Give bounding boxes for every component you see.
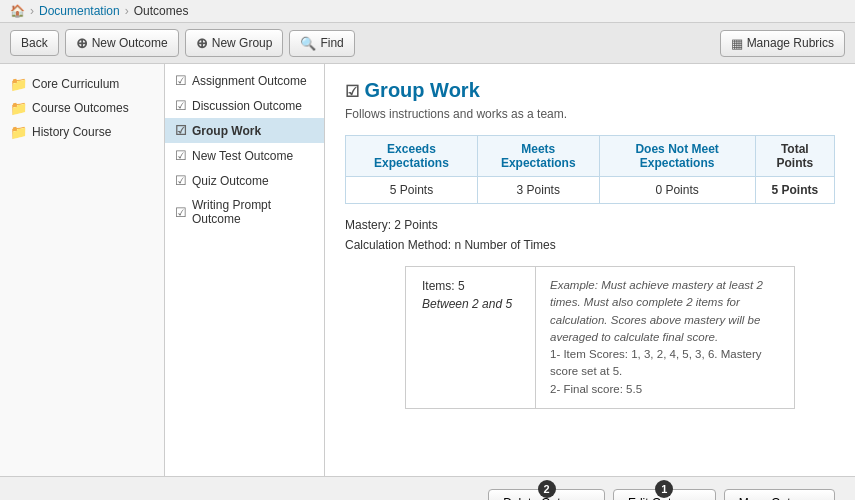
items-label: Items: 5: [422, 279, 519, 293]
outcome-icon-5: ☑: [175, 205, 187, 220]
sidebar-item-course-outcomes[interactable]: 📁 Course Outcomes: [0, 96, 164, 120]
back-button[interactable]: Back: [10, 30, 59, 56]
rubric-table: Exceeds Expectations Meets Expectations …: [345, 135, 835, 204]
rubric-col-total: Total Points: [755, 136, 834, 177]
example-left-panel: Items: 5 Between 2 and 5: [406, 267, 536, 408]
home-icon[interactable]: 🏠: [10, 4, 25, 18]
example-line-1: 1- Item Scores: 1, 3, 2, 4, 5, 3, 6. Mas…: [550, 346, 780, 381]
content-area: ☑ Group Work Follows instructions and wo…: [325, 64, 855, 476]
rubric-points-meets: 3 Points: [477, 177, 599, 204]
between-label: Between 2 and 5: [422, 297, 519, 311]
mid-nav-group-work[interactable]: ☑ Group Work: [165, 118, 324, 143]
mid-nav-label-5: Writing Prompt Outcome: [192, 198, 314, 226]
sidebar-label-0: Core Curriculum: [32, 77, 119, 91]
mid-nav-writing-prompt-outcome[interactable]: ☑ Writing Prompt Outcome: [165, 193, 324, 231]
new-outcome-button[interactable]: ⊕ New Outcome: [65, 29, 179, 57]
outcome-icon-0: ☑: [175, 73, 187, 88]
sidebar: 📁 Core Curriculum 📁 Course Outcomes 📁 Hi…: [0, 64, 165, 476]
content-subtitle: Follows instructions and works as a team…: [345, 107, 835, 121]
plus-icon-group: ⊕: [196, 35, 208, 51]
manage-rubrics-icon: ▦: [731, 36, 743, 51]
breadcrumb-documentation[interactable]: Documentation: [39, 4, 120, 18]
outcome-check-icon: ☑: [345, 83, 359, 100]
rubric-points-exceeds: 5 Points: [346, 177, 478, 204]
mid-nav-quiz-outcome[interactable]: ☑ Quiz Outcome: [165, 168, 324, 193]
new-outcome-label: New Outcome: [92, 36, 168, 50]
find-button[interactable]: 🔍 Find: [289, 30, 354, 57]
delete-outcome-button[interactable]: 2 Delete Outcome: [488, 489, 605, 501]
rubric-points-does-not-meet: 0 Points: [599, 177, 755, 204]
edit-outcome-button[interactable]: 1 Edit Outcome: [613, 489, 716, 501]
move-outcome-button[interactable]: Move Outcome: [724, 489, 835, 501]
outcome-icon-1: ☑: [175, 98, 187, 113]
example-line-2: 2- Final score: 5.5: [550, 381, 780, 398]
sidebar-item-core-curriculum[interactable]: 📁 Core Curriculum: [0, 72, 164, 96]
outcome-icon-3: ☑: [175, 148, 187, 163]
example-right-panel: Example: Must achieve mastery at least 2…: [536, 267, 794, 408]
mid-nav-discussion-outcome[interactable]: ☑ Discussion Outcome: [165, 93, 324, 118]
mid-nav-label-1: Discussion Outcome: [192, 99, 302, 113]
new-group-label: New Group: [212, 36, 273, 50]
breadcrumb-bar: 🏠 › Documentation › Outcomes: [0, 0, 855, 23]
toolbar: Back ⊕ New Outcome ⊕ New Group 🔍 Find ▦ …: [0, 23, 855, 64]
action-bar: 2 Delete Outcome 1 Edit Outcome Move Out…: [0, 476, 855, 500]
calculation-line: Calculation Method: n Number of Times: [345, 238, 835, 252]
mid-nav-label-3: New Test Outcome: [192, 149, 293, 163]
mid-nav: ☑ Assignment Outcome ☑ Discussion Outcom…: [165, 64, 325, 476]
manage-rubrics-button[interactable]: ▦ Manage Rubrics: [720, 30, 845, 57]
rubric-col-meets: Meets Expectations: [477, 136, 599, 177]
mastery-line: Mastery: 2 Points: [345, 218, 835, 232]
outcome-icon-4: ☑: [175, 173, 187, 188]
content-title: ☑ Group Work: [345, 79, 835, 102]
mid-nav-label-2: Group Work: [192, 124, 261, 138]
breadcrumb-separator-2: ›: [125, 4, 129, 18]
edit-badge: 1: [655, 480, 673, 498]
mid-nav-label-4: Quiz Outcome: [192, 174, 269, 188]
example-text: Example: Must achieve mastery at least 2…: [550, 277, 780, 346]
mid-nav-new-test-outcome[interactable]: ☑ New Test Outcome: [165, 143, 324, 168]
breadcrumb-separator: ›: [30, 4, 34, 18]
folder-icon-1: 📁: [10, 100, 27, 116]
move-outcome-label: Move Outcome: [739, 496, 820, 501]
mid-nav-assignment-outcome[interactable]: ☑ Assignment Outcome: [165, 68, 324, 93]
rubric-col-does-not-meet: Does Not Meet Expectations: [599, 136, 755, 177]
main-layout: 📁 Core Curriculum 📁 Course Outcomes 📁 Hi…: [0, 64, 855, 476]
search-icon: 🔍: [300, 36, 316, 51]
folder-icon-2: 📁: [10, 124, 27, 140]
outcome-icon-2: ☑: [175, 123, 187, 138]
delete-badge: 2: [538, 480, 556, 498]
find-label: Find: [320, 36, 343, 50]
folder-icon-0: 📁: [10, 76, 27, 92]
new-group-button[interactable]: ⊕ New Group: [185, 29, 284, 57]
rubric-points-total: 5 Points: [755, 177, 834, 204]
example-box: Items: 5 Between 2 and 5 Example: Must a…: [405, 266, 795, 409]
mid-nav-label-0: Assignment Outcome: [192, 74, 307, 88]
sidebar-label-1: Course Outcomes: [32, 101, 129, 115]
sidebar-item-history-course[interactable]: 📁 History Course: [0, 120, 164, 144]
breadcrumb-outcomes: Outcomes: [134, 4, 189, 18]
rubric-col-exceeds: Exceeds Expectations: [346, 136, 478, 177]
sidebar-label-2: History Course: [32, 125, 111, 139]
plus-icon-outcome: ⊕: [76, 35, 88, 51]
manage-rubrics-label: Manage Rubrics: [747, 36, 834, 50]
